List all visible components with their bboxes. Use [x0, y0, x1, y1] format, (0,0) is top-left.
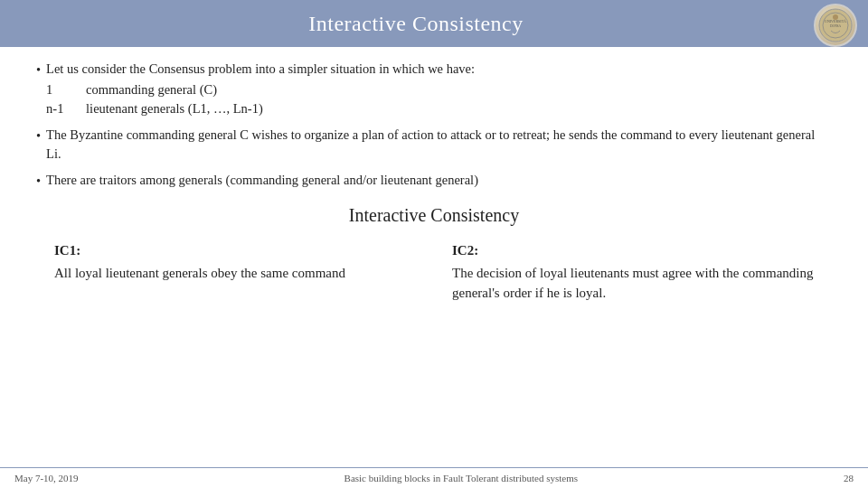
bullet-1: • Let us consider the Consensus problem … — [36, 60, 832, 118]
sub-text-2: lieutenant generals (L1, …, Ln-1) — [86, 99, 832, 118]
bullet-1-sub: 1 commanding general (C) n-1 lieutenant … — [46, 80, 832, 118]
sub-heading: Interactive Consistency — [36, 205, 832, 226]
slide-content: • Let us consider the Consensus problem … — [0, 47, 868, 467]
slide: Interactive Consistency UNIVERSITÀ DI PI… — [0, 0, 868, 488]
bullet-dot-3: • — [36, 172, 41, 191]
ic1-label: IC1: — [54, 240, 416, 261]
ic1-block: IC1: All loyal lieutenant generals obey … — [54, 240, 416, 304]
footer-date: May 7-10, 2019 — [14, 473, 79, 483]
bullet-3-text: There are traitors among generals (comma… — [46, 173, 478, 187]
bullet-2: • The Byzantine commanding general C wis… — [36, 126, 832, 164]
sub-num-2: n-1 — [46, 99, 82, 118]
ic-columns: IC1: All loyal lieutenant generals obey … — [36, 240, 832, 304]
svg-point-4 — [833, 14, 838, 20]
footer-title: Basic building blocks in Fault Tolerant … — [344, 473, 578, 483]
ic2-block: IC2: The decision of loyal lieutenants m… — [452, 240, 814, 304]
sub-num-1: 1 — [46, 80, 82, 99]
bullet-1-content: Let us consider the Consensus problem in… — [46, 60, 832, 118]
bullet-2-content: The Byzantine commanding general C wishe… — [46, 126, 832, 164]
ic2-label: IC2: — [452, 240, 814, 261]
svg-text:DI PISA: DI PISA — [830, 24, 842, 28]
bullet-3-content: There are traitors among generals (comma… — [46, 171, 832, 190]
bullet-dot-1: • — [36, 61, 41, 80]
university-logo: UNIVERSITÀ DI PISA — [814, 4, 857, 47]
bullet-3: • There are traitors among generals (com… — [36, 171, 832, 191]
sub-text-1: commanding general (C) — [86, 80, 832, 99]
slide-title: Interactive Consistency — [308, 12, 523, 36]
bullet-1-text: Let us consider the Consensus problem in… — [46, 61, 475, 76]
ic2-text: The decision of loyal lieutenants must a… — [452, 263, 814, 304]
slide-footer: May 7-10, 2019 Basic building blocks in … — [0, 467, 868, 488]
footer-page: 28 — [844, 473, 854, 483]
ic1-text: All loyal lieutenant generals obey the s… — [54, 263, 416, 284]
logo-inner: UNIVERSITÀ DI PISA — [816, 5, 855, 45]
bullet-dot-2: • — [36, 127, 41, 145]
slide-header: Interactive Consistency UNIVERSITÀ DI PI… — [0, 0, 868, 47]
bullet-2-text: The Byzantine commanding general C wishe… — [46, 127, 815, 161]
